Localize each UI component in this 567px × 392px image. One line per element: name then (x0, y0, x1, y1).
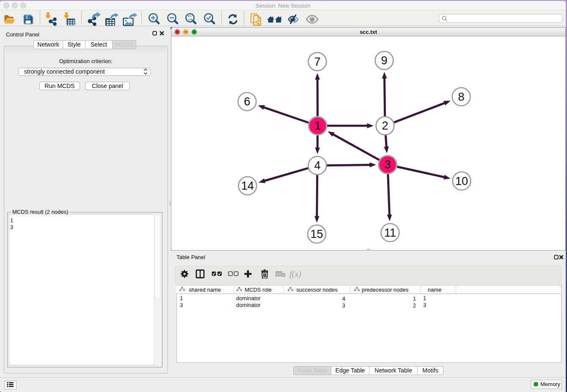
svg-text:9: 9 (381, 54, 387, 67)
svg-text:7: 7 (314, 55, 320, 68)
svg-text:4: 4 (314, 159, 320, 172)
svg-text:6: 6 (244, 95, 250, 108)
svg-text:10: 10 (455, 175, 468, 188)
svg-text:2: 2 (382, 119, 388, 132)
svg-text:1: 1 (314, 119, 321, 132)
svg-text:8: 8 (458, 91, 464, 103)
svg-text:15: 15 (311, 228, 323, 240)
svg-text:3: 3 (384, 158, 391, 171)
svg-text:14: 14 (241, 179, 254, 192)
svg-text:11: 11 (384, 226, 396, 239)
